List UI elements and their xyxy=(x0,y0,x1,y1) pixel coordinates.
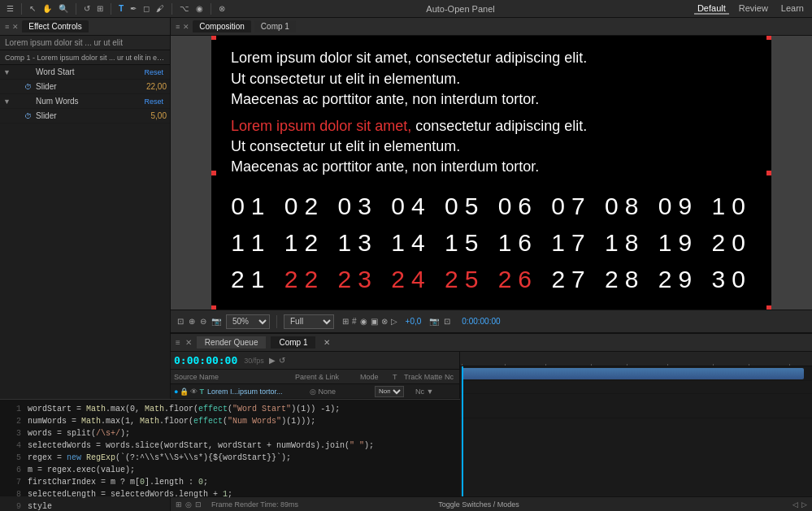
tl-layer-name: Lorem I...ipsum tortor... xyxy=(207,388,310,396)
sel-handle-ml xyxy=(211,171,216,175)
comp-text-line-1: Lorem ipsum dolor sit amet, consectetur … xyxy=(231,48,752,68)
channel-icon[interactable]: ◉ xyxy=(360,317,367,326)
tl-layer-icons: ● 🔒 👁 T xyxy=(174,388,204,396)
snapshot-icon[interactable]: 📷 xyxy=(211,317,221,326)
zoom-select[interactable]: 50%100%200%Fit xyxy=(226,314,270,329)
camera-icon[interactable]: 📷 xyxy=(429,317,439,326)
region-icon[interactable]: ⊡ xyxy=(444,317,450,326)
numbers-block: 01 02 03 04 05 06 07 08 09 10 11 12 13 1… xyxy=(231,188,752,297)
text-block-1: Lorem ipsum dolor sit amet, consectetur … xyxy=(231,48,752,110)
tl-solo-icon[interactable]: ● xyxy=(174,388,178,396)
ec-toggle-wordstart[interactable]: ▼ xyxy=(3,68,11,76)
fit-icon[interactable]: ⊡ xyxy=(177,317,184,326)
tl-track-row-3 xyxy=(460,394,812,418)
grid-icon[interactable]: # xyxy=(352,317,357,326)
tl-fps: 30/fps xyxy=(244,357,264,365)
tool-roto[interactable]: ⊗ xyxy=(217,4,227,13)
toolbar-separator xyxy=(76,3,76,15)
comp-name-tab[interactable]: Comp 1 xyxy=(254,20,296,32)
ec-title: Lorem ipsum dolor sit ... ur ut elit xyxy=(5,38,123,47)
sel-handle-bl xyxy=(211,305,216,310)
tool-clone[interactable]: ⌥ xyxy=(178,4,191,13)
tool-shape[interactable]: ◻ xyxy=(141,4,151,13)
zoom-out-icon[interactable]: ⊖ xyxy=(200,317,206,326)
ec-name-wordstart: Word Start xyxy=(36,67,144,76)
tl-lock-icon[interactable]: 🔒 xyxy=(180,388,189,396)
auto-open-panel-label: Auto-Open Panel xyxy=(426,4,494,14)
tool-rotate[interactable]: ↺ xyxy=(82,4,92,13)
tool-hand[interactable]: ✋ xyxy=(41,4,54,13)
ec-icon-slider1: ⏱ xyxy=(24,83,36,91)
tl-playback-icon[interactable]: ▶ xyxy=(269,356,276,365)
tool-text[interactable]: T xyxy=(117,4,125,13)
workspace-default[interactable]: Default xyxy=(694,3,729,15)
tool-brush[interactable]: 🖌 xyxy=(154,4,166,13)
ec-reset-wordstart[interactable]: Reset xyxy=(144,68,163,76)
ec-toggle-numwords[interactable]: ▼ xyxy=(3,97,11,106)
num-red-26: 26 xyxy=(498,266,538,292)
tl-playhead[interactable] xyxy=(462,366,463,496)
tl-comp-tab[interactable]: Comp 1 xyxy=(271,336,315,349)
tl-controls-row: 0:00:00:00 30/fps ▶ ↺ xyxy=(171,352,459,370)
quality-select[interactable]: FullHalfQuarter xyxy=(284,314,334,329)
tl-menu-icon[interactable]: ≡ xyxy=(176,338,180,347)
comp-viewer-area: ≡ ✕ Composition Comp 1 xyxy=(171,18,812,332)
comp-panel-menu[interactable]: ≡ xyxy=(176,23,180,31)
res-icon[interactable]: ▣ xyxy=(371,317,378,326)
ec-value-slider2[interactable]: 5,00 xyxy=(151,111,167,120)
tl-timecode[interactable]: 0:00:00:00 xyxy=(174,354,237,366)
workspace-review[interactable]: Review xyxy=(736,3,771,15)
comp-panel-close[interactable]: ✕ xyxy=(183,23,189,31)
viewer-icons-group: ⊞ # ◉ ▣ ⊗ ▷ xyxy=(342,317,397,326)
workspace-buttons: Default Review Learn xyxy=(694,3,807,15)
zoom-in-icon[interactable]: ⊕ xyxy=(189,317,195,326)
comp-tab[interactable]: Composition xyxy=(193,20,251,32)
workspace-learn[interactable]: Learn xyxy=(778,3,807,15)
timeline-body: 0:00:00:00 30/fps ▶ ↺ Source Name Parent… xyxy=(171,352,812,496)
ec-value-slider1[interactable]: 22,00 xyxy=(146,82,167,91)
tl-tab-icon[interactable]: ✕ xyxy=(323,338,330,347)
tl-close-icon[interactable]: ✕ xyxy=(185,338,192,347)
numbers-row-1: 01 02 03 04 05 06 07 08 09 10 xyxy=(231,188,752,224)
tl-layer-bar xyxy=(462,368,804,379)
num-red-23: 23 xyxy=(338,266,378,292)
ec-layer: Comp 1 - Lorem ipsum dolor sit ... ur ut… xyxy=(5,54,165,62)
ctrl-sep xyxy=(276,315,277,328)
num-red-22: 22 xyxy=(284,266,324,292)
num-red-25: 25 xyxy=(445,266,484,292)
sel-handle-tl xyxy=(211,36,216,40)
3d-icon[interactable]: ⊗ xyxy=(381,317,388,326)
tl-layer-row[interactable]: ● 🔒 👁 T Lorem I...ipsum tortor... ◎ None… xyxy=(171,384,459,399)
ec-property-numwords: ▼ Num Words Reset xyxy=(0,94,170,109)
comp-text-line-4: Lorem ipsum dolor sit amet, consectetur … xyxy=(231,116,752,136)
tl-layer-mode-select[interactable]: NoneNormal xyxy=(375,386,404,397)
safe-zones-icon[interactable]: ⊞ xyxy=(342,317,349,326)
comp-text-line-2: Ut consectetur ut elit in elementum. xyxy=(231,69,752,89)
comp-panel-header: ≡ ✕ Composition Comp 1 xyxy=(171,18,812,36)
tl-render-queue-tab[interactable]: Render Queue xyxy=(197,336,267,349)
tool-scale[interactable]: ⊞ xyxy=(95,4,105,13)
timecode-display[interactable]: 0:00:00:00 xyxy=(462,317,500,326)
panel-menu-icon[interactable]: ≡ xyxy=(5,23,9,31)
ec-property-slider1: ⏱ Slider 22,00 xyxy=(0,80,170,94)
panel-close-btn[interactable]: ✕ xyxy=(12,23,19,31)
tl-visible-icon[interactable]: 👁 xyxy=(190,388,198,396)
tool-eraser[interactable]: ◉ xyxy=(194,4,205,13)
numbers-row-2: 11 12 13 14 15 16 17 18 19 20 xyxy=(231,224,752,261)
tl-col-nc: Nc xyxy=(445,373,456,381)
toolbar-separator xyxy=(111,3,111,15)
tl-col-headers: Source Name Parent & Link Mode T Track M… xyxy=(171,370,459,384)
tl-loop-icon[interactable]: ↺ xyxy=(279,356,285,365)
comp-text-normal-1: consectetur adipiscing elit. xyxy=(415,118,587,134)
tool-pen[interactable]: ✒ xyxy=(128,4,138,13)
tl-col-mode: Mode xyxy=(360,373,393,381)
tool-zoom[interactable]: 🔍 xyxy=(57,4,70,13)
effect-controls-tab[interactable]: Effect Controls xyxy=(22,20,88,32)
effect-controls-header: ≡ ✕ Effect Controls xyxy=(0,18,170,36)
fast-preview-icon[interactable]: ▷ xyxy=(391,317,397,326)
tool-select[interactable]: ↖ xyxy=(28,4,37,13)
tl-col-t: T xyxy=(393,373,404,381)
tool-icon[interactable]: ☰ xyxy=(5,4,15,13)
ec-reset-numwords[interactable]: Reset xyxy=(144,97,163,106)
ec-name-slider1: Slider xyxy=(36,82,146,91)
